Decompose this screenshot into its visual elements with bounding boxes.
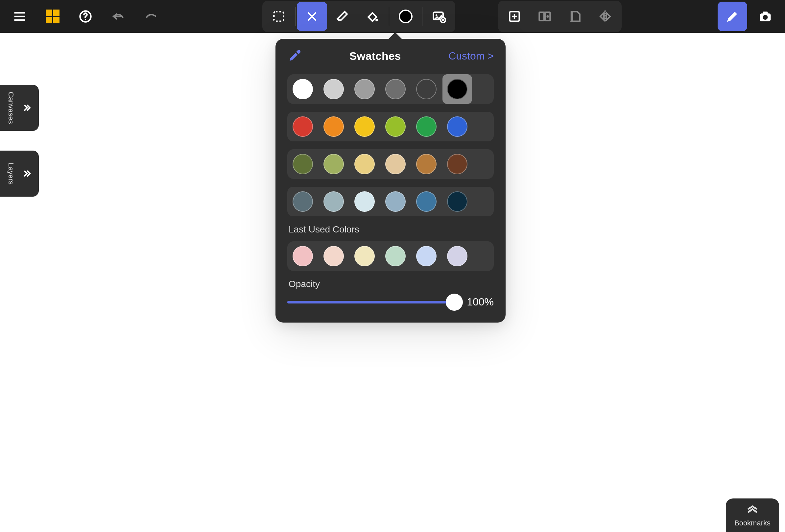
swatch-slot[interactable] <box>319 149 349 179</box>
swatch-row <box>287 112 494 142</box>
color-swatch[interactable] <box>293 192 313 212</box>
color-swatch[interactable] <box>354 192 375 212</box>
custom-link[interactable]: Custom > <box>448 50 494 62</box>
chevron-right-icon <box>21 102 32 113</box>
color-swatch[interactable] <box>385 154 406 174</box>
camera-button[interactable] <box>751 2 780 31</box>
swatch-slot[interactable] <box>381 112 410 142</box>
swatch-slot[interactable] <box>350 74 379 104</box>
color-swatch[interactable] <box>416 246 436 266</box>
color-swatch[interactable] <box>447 154 467 174</box>
svg-rect-12 <box>763 11 768 14</box>
color-swatch[interactable] <box>416 192 436 212</box>
add-canvas-button[interactable] <box>499 2 530 31</box>
swatch-slot[interactable] <box>288 187 318 217</box>
layers-tab[interactable]: Layers <box>0 151 39 197</box>
draw-tool[interactable] <box>297 2 327 31</box>
select-tool[interactable] <box>264 2 294 31</box>
color-swatch[interactable] <box>447 79 467 99</box>
color-swatch[interactable] <box>354 79 375 99</box>
swatch-slot[interactable] <box>411 187 441 217</box>
redo-button[interactable] <box>136 2 166 31</box>
color-swatch[interactable] <box>293 117 313 137</box>
swatch-slot[interactable] <box>319 112 349 142</box>
svg-point-3 <box>375 19 378 21</box>
color-swatch[interactable] <box>324 192 344 212</box>
swatches-popover: Swatches Custom > Last Used Colors Opaci… <box>276 39 506 323</box>
page-button[interactable] <box>560 2 590 31</box>
color-swatch[interactable] <box>385 117 406 137</box>
eraser-icon <box>335 9 350 24</box>
split-button[interactable] <box>530 2 560 31</box>
swatch-slot[interactable] <box>442 112 472 142</box>
color-swatch[interactable] <box>416 117 436 137</box>
opacity-label: Opacity <box>288 279 494 289</box>
color-swatch[interactable] <box>385 246 406 266</box>
svg-rect-8 <box>539 12 544 21</box>
swatch-slot[interactable] <box>319 74 349 104</box>
bookmarks-label: Bookmarks <box>730 519 775 527</box>
pen-icon <box>725 9 740 24</box>
color-swatch[interactable] <box>447 246 467 266</box>
dashboard-button[interactable] <box>38 2 68 31</box>
color-swatch[interactable] <box>293 246 313 266</box>
color-swatch[interactable] <box>324 79 344 99</box>
bookmarks-tab[interactable]: Bookmarks <box>726 499 779 532</box>
swatch-slot[interactable] <box>288 74 318 104</box>
fill-tool[interactable] <box>357 2 387 31</box>
swatch-slot[interactable] <box>319 187 349 217</box>
help-button[interactable] <box>71 2 100 31</box>
color-swatch[interactable] <box>385 192 406 212</box>
swatch-slot[interactable] <box>288 149 318 179</box>
canvases-tab[interactable]: Canvases <box>0 85 39 131</box>
pen-button[interactable] <box>717 2 747 31</box>
menu-button[interactable] <box>5 2 34 31</box>
swatch-slot[interactable] <box>442 187 472 217</box>
bucket-icon <box>365 9 380 24</box>
swatch-slot[interactable] <box>288 112 318 142</box>
swatch-slot[interactable] <box>411 74 441 104</box>
color-swatch[interactable] <box>354 246 375 266</box>
marquee-icon <box>272 9 286 24</box>
color-swatch[interactable] <box>385 79 406 99</box>
color-swatch[interactable] <box>416 154 436 174</box>
erase-tool[interactable] <box>327 2 357 31</box>
color-swatch[interactable] <box>324 154 344 174</box>
swatch-slot[interactable] <box>381 74 410 104</box>
swatch-slot[interactable] <box>350 112 379 142</box>
mirror-icon <box>598 9 612 24</box>
top-toolbar <box>0 0 785 33</box>
divider <box>295 7 296 26</box>
chevron-up-icon <box>746 505 759 514</box>
svg-point-11 <box>763 15 768 20</box>
split-icon <box>537 9 552 24</box>
color-swatch[interactable] <box>324 246 344 266</box>
layers-label: Layers <box>6 163 15 184</box>
mirror-button[interactable] <box>590 2 620 31</box>
help-icon <box>78 9 93 24</box>
current-color-icon <box>399 9 412 23</box>
color-swatch[interactable] <box>293 79 313 99</box>
undo-button[interactable] <box>104 2 133 31</box>
color-swatch[interactable] <box>447 192 467 212</box>
color-swatch[interactable] <box>447 117 467 137</box>
color-swatch[interactable] <box>416 79 436 99</box>
eyedropper-button[interactable] <box>287 49 302 63</box>
swatch-slot[interactable] <box>411 112 441 142</box>
swatch-slot[interactable] <box>411 149 441 179</box>
hamburger-icon <box>12 9 27 24</box>
swatch-slot[interactable] <box>381 149 410 179</box>
color-tool[interactable] <box>390 2 421 31</box>
color-swatch[interactable] <box>354 154 375 174</box>
swatch-slot[interactable] <box>381 187 410 217</box>
opacity-slider[interactable] <box>287 301 459 303</box>
insert-image-tool[interactable] <box>424 2 454 31</box>
swatch-slot[interactable] <box>442 149 472 179</box>
swatch-slot[interactable] <box>350 149 379 179</box>
swatch-slot[interactable] <box>442 74 472 104</box>
color-swatch[interactable] <box>324 117 344 137</box>
opacity-slider-thumb[interactable] <box>446 294 463 311</box>
swatch-slot[interactable] <box>350 187 379 217</box>
color-swatch[interactable] <box>293 154 313 174</box>
color-swatch[interactable] <box>354 117 375 137</box>
